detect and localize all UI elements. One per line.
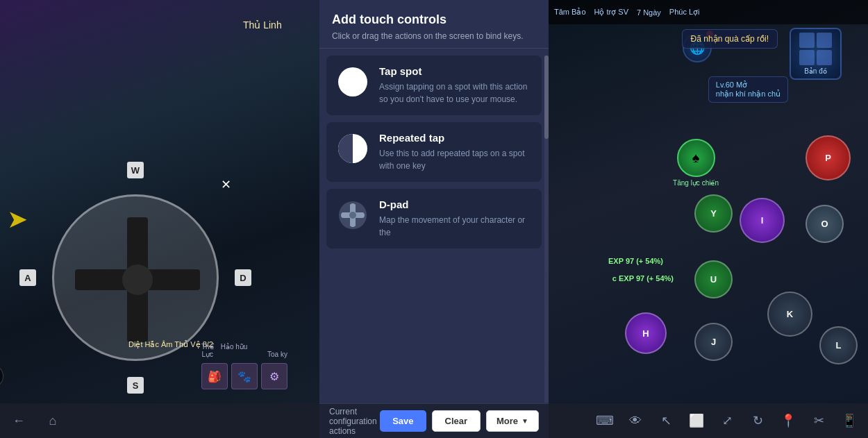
quest-text: Diệt Hắc Âm Thủ Vệ 8/2 xyxy=(128,340,213,349)
resize-icon[interactable]: ⤢ xyxy=(715,409,739,432)
map-grid xyxy=(799,33,832,65)
game-background-right: Tâm Bảo Hộ trợ SV 7 Ngày Phúc Lợi 🌐 Bản … xyxy=(549,0,868,438)
phone-icon[interactable]: 📱 xyxy=(837,409,861,432)
repeated-tap-desc: Use this to add repeated taps on a spot … xyxy=(379,147,532,172)
dpad-container[interactable]: W S A D xyxy=(52,194,219,361)
svg-point-9 xyxy=(341,212,347,218)
panel-subtitle: Click or drag the actions on the screen … xyxy=(332,31,536,42)
exp-text-1: EXP 97 (+ 54%) xyxy=(608,257,663,265)
level-subtext: nhận khí nhận chủ xyxy=(716,90,781,99)
map-cell-3 xyxy=(799,50,815,65)
mic-button[interactable]: 🎤 xyxy=(0,364,3,388)
repeated-tap-info: Repeated tap Use this to add repeated ta… xyxy=(379,132,532,172)
skill-p-button[interactable]: P xyxy=(806,135,851,180)
dpad-label-s: S xyxy=(127,377,144,394)
repeated-tap-icon-circle xyxy=(336,132,369,165)
skill-k-button[interactable]: K xyxy=(767,292,812,337)
arrow-left-icon: ➤ xyxy=(7,205,28,234)
clear-button[interactable]: Clear xyxy=(432,410,481,432)
level-text: Lv.60 Mở xyxy=(716,81,781,90)
tap-spot-name: Tap spot xyxy=(379,65,532,77)
map-icon[interactable]: Bản đồ xyxy=(790,28,842,80)
map-label: Bản đồ xyxy=(799,67,832,75)
top-bar-tam-bao: Tâm Bảo xyxy=(554,8,586,17)
dpad-name: D-pad xyxy=(379,199,532,210)
chevron-down-icon: ▼ xyxy=(521,417,528,425)
dpad-icon-circle xyxy=(336,199,369,232)
exp-text-2: c EXP 97 (+ 54%) xyxy=(612,274,674,283)
svg-point-7 xyxy=(350,203,356,209)
item-box-3[interactable]: ⚙ xyxy=(261,363,287,389)
svg-point-2 xyxy=(122,264,153,295)
top-bar-phuc-loi: Phúc Lợi xyxy=(669,8,700,17)
skill-y-button[interactable]: Y xyxy=(694,194,733,233)
level-box: Lv.60 Mở nhận khí nhận chủ xyxy=(708,76,788,103)
dpad-circle[interactable]: W S A D xyxy=(52,194,219,361)
keyboard-icon[interactable]: ⌨ xyxy=(593,409,617,432)
skill-l-button[interactable]: L xyxy=(819,326,858,364)
panel-content: Tap spot Assign tapping on a spot with t… xyxy=(319,49,549,396)
back-icon[interactable]: ← xyxy=(7,409,31,432)
skill-k-label: K xyxy=(787,309,793,319)
home-icon[interactable]: ⌂ xyxy=(41,409,65,432)
scroll-track xyxy=(544,56,549,403)
scissors-icon[interactable]: ✂ xyxy=(807,409,831,432)
rotate-icon[interactable]: ↻ xyxy=(746,409,769,432)
panel-header: Add touch controls Click or drag the act… xyxy=(319,0,549,49)
notif-text: Đã nhận quà cấp rồi! xyxy=(691,34,769,44)
skill-i-button[interactable]: I xyxy=(740,198,785,243)
skill-j-button[interactable]: J xyxy=(694,323,733,361)
item-box-1[interactable]: 🎒 xyxy=(201,363,228,389)
dpad-label-a: A xyxy=(19,269,36,286)
repeated-tap-card[interactable]: Repeated tap Use this to add repeated ta… xyxy=(326,122,542,182)
tap-spot-icon xyxy=(338,67,367,96)
dpad-label-w: W xyxy=(127,162,144,178)
repeated-tap-icon xyxy=(338,134,367,163)
close-dpad-button[interactable]: ✕ xyxy=(221,177,231,192)
skill-o-button[interactable]: O xyxy=(806,205,844,243)
skill-j-label: J xyxy=(711,337,716,347)
dpad-card[interactable]: D-pad Map the movement of your character… xyxy=(326,189,542,249)
window-icon[interactable]: ⬜ xyxy=(685,409,708,432)
scroll-thumb[interactable] xyxy=(544,56,549,139)
skill-u-button[interactable]: U xyxy=(694,260,733,298)
skill-i-label: I xyxy=(761,215,764,226)
more-button[interactable]: More ▼ xyxy=(486,410,539,432)
item-box-2[interactable]: 🐾 xyxy=(231,363,258,389)
boost-button[interactable]: ♠ Tăng lực chiến xyxy=(673,139,719,187)
top-bar-ho-tro: Hộ trợ SV xyxy=(594,8,628,17)
tap-spot-desc: Assign tapping on a spot with this actio… xyxy=(379,81,532,106)
dpad-desc: Map the movement of your character or th… xyxy=(379,214,532,239)
toa-ky-label: Toa ky xyxy=(267,351,287,358)
game-background-left: ➤ Thủ Linh W S A D ✕ Diệt Hắc Âm Thủ xyxy=(0,0,319,438)
panel-title: Add touch controls xyxy=(332,12,536,27)
cursor-icon[interactable]: ↖ xyxy=(654,409,678,432)
boost-icon: ♠ xyxy=(677,139,715,177)
dpad-label-d: D xyxy=(235,269,251,286)
footer-buttons: Save Clear More ▼ xyxy=(380,410,539,432)
eye-icon[interactable]: 👁 xyxy=(624,409,647,432)
skill-p-label: P xyxy=(825,153,831,163)
tap-spot-card[interactable]: Tap spot Assign tapping on a spot with t… xyxy=(326,56,542,115)
map-cell-1 xyxy=(799,33,815,48)
svg-point-6 xyxy=(349,212,356,219)
bottom-labels-area: ThểLực Hảo hữu xyxy=(201,343,247,358)
bottom-nav-left: ← ⌂ xyxy=(7,409,65,432)
skill-h-button[interactable]: H xyxy=(625,312,667,354)
the-luc-label: ThểLực xyxy=(201,343,214,358)
skill-o-label: O xyxy=(821,219,828,229)
location-icon[interactable]: 📍 xyxy=(776,409,800,432)
bottom-nav-right: ⌨ 👁 ↖ ⬜ ⤢ ↻ 📍 ✂ 📱 xyxy=(593,409,861,432)
save-button[interactable]: Save xyxy=(380,410,426,432)
tap-spot-icon-circle xyxy=(336,65,369,99)
char-name: Thủ Linh xyxy=(243,19,282,31)
skill-y-label: Y xyxy=(710,208,717,219)
items-row: 🎒 🐾 ⚙ xyxy=(201,363,287,389)
skill-l-label: L xyxy=(836,340,842,351)
top-bar-right: Tâm Bảo Hộ trợ SV 7 Ngày Phúc Lợi xyxy=(549,0,868,24)
boost-label: Tăng lực chiến xyxy=(673,179,719,187)
footer-label: Current configuration actions xyxy=(329,407,380,436)
map-cell-2 xyxy=(817,33,832,48)
dpad-icon-svg xyxy=(338,201,367,230)
skill-h-label: H xyxy=(642,328,649,339)
